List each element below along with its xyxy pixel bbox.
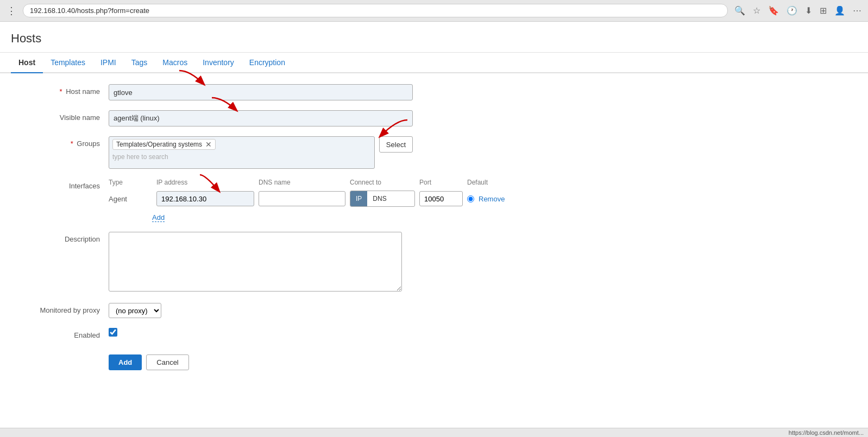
host-name-label: * Host name: [22, 84, 109, 96]
connect-ip-button[interactable]: IP: [350, 191, 367, 206]
history-icon[interactable]: 🕐: [787, 5, 797, 16]
groups-input-area[interactable]: Templates/Operating systems ✕ type here …: [109, 136, 375, 169]
proxy-select[interactable]: (no proxy): [109, 303, 161, 318]
proxy-field: (no proxy): [109, 303, 413, 318]
arrow-select: [364, 117, 418, 142]
connect-dns-button[interactable]: DNS: [367, 191, 392, 206]
col-type-header: Type: [109, 179, 152, 186]
groups-label: * Groups: [22, 136, 109, 148]
tab-ipmi[interactable]: IPMI: [93, 53, 124, 73]
proxy-row: Monitored by proxy (no proxy): [22, 303, 846, 318]
visible-name-row: Visible name: [22, 110, 846, 126]
group-tag-remove[interactable]: ✕: [205, 141, 212, 148]
arrow-ip: [189, 172, 243, 197]
col-default-header: Default: [467, 179, 511, 186]
interfaces-field: Type IP address DNS name Connect to Port…: [109, 179, 543, 222]
more-icon[interactable]: ⋯: [853, 5, 861, 16]
agent-type-label: Agent: [109, 195, 152, 203]
cancel-button[interactable]: Cancel: [146, 354, 188, 370]
remove-interface-link[interactable]: Remove: [479, 195, 505, 203]
action-spacer: [22, 349, 109, 352]
browser-icons: 🔍 ☆ 🔖 🕐 ⬇ ⊞ 👤 ⋯: [734, 5, 861, 16]
col-dns-header: DNS name: [259, 179, 345, 186]
groups-row: * Groups Templates/Operating systems ✕ t…: [22, 136, 846, 169]
tab-tags[interactable]: Tags: [124, 53, 155, 73]
description-textarea[interactable]: [109, 232, 402, 292]
arrow-visible-name: [206, 95, 250, 116]
description-field: [109, 232, 413, 293]
page-title: Hosts: [0, 22, 868, 53]
add-interface-link[interactable]: Add: [152, 213, 165, 222]
add-interface-container: Add: [109, 209, 543, 222]
description-row: Description: [22, 232, 846, 293]
groups-container: Templates/Operating systems ✕ type here …: [109, 136, 413, 169]
apps-icon[interactable]: ⊞: [820, 5, 827, 16]
page-content: Hosts Host Templates IPMI Tags Macros In…: [0, 22, 868, 437]
status-bar: https://blog.csdn.net/momt...: [0, 428, 868, 437]
enabled-label: Enabled: [22, 328, 109, 339]
interfaces-header: Type IP address DNS name Connect to Port…: [109, 179, 543, 188]
host-name-input[interactable]: [109, 84, 413, 100]
enabled-row: Enabled: [22, 328, 846, 339]
bookmark-icon[interactable]: 🔖: [768, 5, 779, 16]
description-label: Description: [22, 232, 109, 243]
enabled-checkbox[interactable]: [109, 328, 117, 337]
tabs-container: Host Templates IPMI Tags Macros Inventor…: [0, 53, 868, 73]
enabled-field: [109, 328, 413, 338]
tab-templates[interactable]: Templates: [43, 53, 93, 73]
groups-search-placeholder: type here to search: [112, 152, 371, 162]
action-buttons-row: Add Cancel: [22, 349, 846, 370]
group-tag-templates: Templates/Operating systems ✕: [112, 139, 216, 150]
download-icon[interactable]: ⬇: [805, 5, 812, 16]
browser-bar: ⋮ 🔍 ☆ 🔖 🕐 ⬇ ⊞ 👤 ⋯: [0, 0, 868, 22]
add-button[interactable]: Add: [109, 354, 142, 370]
col-connect-header: Connect to: [350, 179, 415, 186]
proxy-label: Monitored by proxy: [22, 303, 109, 314]
star-outline-icon[interactable]: ☆: [753, 5, 760, 16]
form-container: * Host name Visible name: [0, 73, 868, 391]
host-name-field: [109, 84, 413, 100]
group-tag-label: Templates/Operating systems: [116, 141, 202, 148]
port-input[interactable]: [419, 191, 463, 206]
browser-menu-icon: ⋮: [7, 5, 16, 17]
tab-host[interactable]: Host: [11, 53, 43, 73]
default-radio-input[interactable]: [467, 195, 474, 202]
status-url: https://blog.csdn.net/momt...: [789, 429, 864, 436]
interfaces-label: Interfaces: [22, 179, 109, 190]
connect-to-buttons: IP DNS: [350, 191, 415, 207]
col-port-header: Port: [419, 179, 463, 186]
host-name-row: * Host name: [22, 84, 846, 100]
search-icon[interactable]: 🔍: [734, 5, 745, 16]
url-bar[interactable]: [23, 4, 728, 17]
action-buttons: Add Cancel: [109, 354, 189, 370]
profile-icon[interactable]: 👤: [834, 5, 845, 16]
default-radio: [467, 195, 474, 202]
groups-field: Templates/Operating systems ✕ type here …: [109, 136, 413, 169]
required-marker: *: [59, 87, 62, 96]
interface-agent-row: Agent IP DNS: [109, 188, 543, 209]
visible-name-label: Visible name: [22, 110, 109, 122]
arrow-host-name: [174, 68, 217, 90]
tab-encryption[interactable]: Encryption: [242, 53, 293, 73]
required-marker-groups: *: [71, 140, 73, 148]
dns-name-input[interactable]: [259, 191, 345, 206]
interfaces-row: Interfaces Type IP address DNS name Conn…: [22, 179, 846, 222]
